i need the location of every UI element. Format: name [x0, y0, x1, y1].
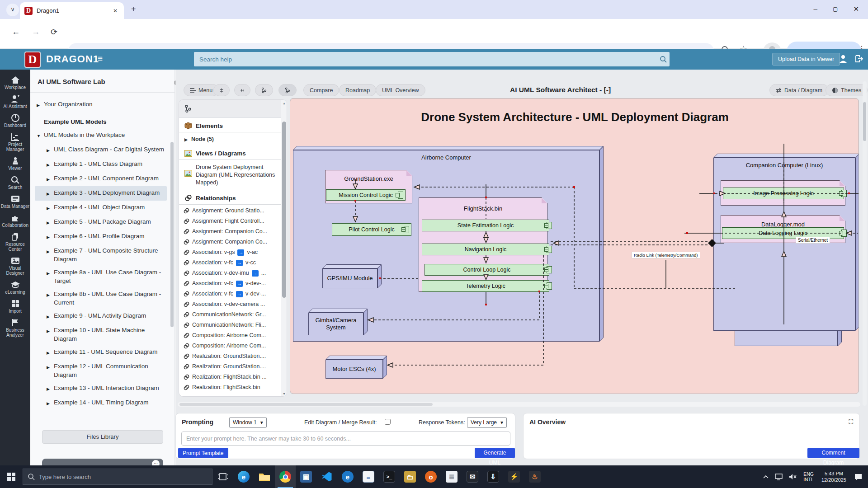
expand-icon[interactable]: ⛶ — [849, 418, 853, 426]
themes-button[interactable]: Themes — [826, 84, 868, 96]
show-desktop-button[interactable] — [866, 465, 868, 488]
component-control-loop[interactable]: Control Loop Logic — [425, 264, 549, 276]
window-select[interactable]: Window 1 ▾ — [229, 417, 267, 428]
new-tab-icon[interactable]: + — [131, 5, 136, 14]
reload-icon[interactable]: ⟳ — [51, 27, 57, 37]
files-library-button[interactable]: Files Library — [42, 430, 163, 444]
taskbar-app-chrome[interactable] — [275, 465, 296, 488]
tree-row[interactable]: ▶ Example 13 - UML Interaction Diagram — [35, 381, 167, 396]
clock[interactable]: 5:43 PM12/20/2025 — [817, 465, 851, 488]
taskbar-search[interactable] — [23, 469, 212, 485]
tree-expand-icon[interactable]: ▶ — [47, 311, 54, 321]
tree-expand-icon[interactable]: ▶ — [37, 100, 44, 110]
taskbar-app-files[interactable]: 🗀 — [400, 465, 420, 488]
tree-expand-icon[interactable] — [37, 117, 44, 126]
sidebar-item-data-manager[interactable]: Data Manager — [0, 195, 30, 209]
tree-row[interactable]: ▶ Example 6 - UML Profile Diagram — [35, 230, 167, 244]
hamburger-icon[interactable]: ≡ — [98, 54, 103, 64]
browser-tab[interactable]: D Dragon1 ✕ — [20, 2, 124, 19]
tree-expand-icon[interactable]: ▶ — [47, 174, 54, 184]
relationship-item[interactable]: Realization: FlightStack.bin — [184, 382, 287, 393]
logout-icon[interactable] — [854, 54, 863, 63]
relationship-item[interactable]: Association: v-fc → v-dev-... — [184, 278, 287, 289]
window-close-icon[interactable]: ✕ — [853, 5, 859, 13]
taskbar-app-mail[interactable]: ✉ — [462, 465, 483, 488]
tree-expand-icon[interactable]: ▶ — [47, 268, 54, 285]
relationship-item[interactable]: Association: v-fc → v-cc — [184, 258, 287, 268]
tab-close-icon[interactable]: ✕ — [111, 7, 119, 15]
tree-row[interactable]: ▶ Example 7 - UML Composite Structure Di… — [35, 244, 167, 266]
tree-expand-icon[interactable]: ▶ — [47, 347, 54, 357]
tree-row[interactable]: ▶ Example 8a - UML Use Case Diagram - Ta… — [35, 266, 167, 287]
tree-row[interactable]: ▶ Example 12 - UML Communication Diagram — [35, 360, 167, 381]
tree-expand-icon[interactable]: ▶ — [47, 326, 54, 343]
node-gimbal-camera[interactable]: Gimbal/Camera System — [308, 313, 363, 335]
taskbar-app-photos[interactable]: ▣ — [296, 465, 316, 488]
window-minimize-icon[interactable]: ─ — [814, 6, 818, 12]
prompt-input[interactable] — [181, 432, 510, 446]
sidebar-item-search[interactable]: Search — [0, 176, 30, 190]
relationship-item[interactable]: Assignment: Ground Statio... — [184, 206, 287, 216]
tree-row[interactable]: Example UML Models — [35, 112, 167, 128]
tree-expand-icon[interactable]: ▶ — [47, 232, 54, 242]
upload-data-button[interactable]: Upload Data in Viewer — [772, 53, 840, 66]
taskbar-app-edge[interactable]: e — [233, 465, 254, 488]
taskbar-app-java[interactable]: ♨ — [524, 465, 545, 488]
tree-expand-icon[interactable]: ▶ — [47, 145, 54, 155]
sidebar-item-collaboration[interactable]: Collaboration — [0, 214, 30, 228]
relationship-item[interactable]: Association: v-dev-imu → ... — [184, 268, 287, 278]
relationship-item[interactable]: CommunicationNetwork: Gr... — [184, 310, 287, 320]
tree-row[interactable]: ▶ Example 14 - UML Timing Diagram — [35, 396, 167, 410]
language-indicator[interactable]: ENGINTL — [800, 465, 817, 488]
pc-status-icon[interactable] — [772, 465, 786, 488]
prompt-template-button[interactable]: Prompt Template — [178, 448, 228, 458]
relationship-item[interactable]: Association: v-dev-camera ... — [184, 299, 287, 310]
elements-header[interactable]: Elements — [179, 118, 287, 132]
sidebar-item-visual-designer[interactable]: Visual Designer — [0, 257, 30, 276]
sidebar-item-dashboard[interactable]: Dashboard — [0, 114, 30, 128]
tree-row[interactable]: ▶ Example 11 - UML Sequence Diagram — [35, 345, 167, 360]
component-pilot-control[interactable]: Pilot Control Logic — [332, 223, 411, 236]
tree-row[interactable]: ▶ Your Organization — [35, 98, 167, 112]
taskbar-app-downloads[interactable]: ⇩ — [483, 465, 504, 488]
help-search-input[interactable] — [194, 52, 670, 66]
action-center-button[interactable] — [851, 465, 866, 488]
roadmap-button[interactable]: Roadmap — [339, 84, 376, 96]
comment-diagram-button[interactable]: Comment Diagram — [807, 448, 859, 458]
sidebar-item-project-manager[interactable]: Project Manager — [0, 133, 30, 152]
taskbar-search-input[interactable] — [39, 474, 202, 480]
canvas-horizontal-scrollbar[interactable] — [178, 402, 860, 407]
forward-icon[interactable]: → — [32, 27, 40, 37]
relationship-item[interactable]: Association: v-gs → v-ac — [184, 247, 287, 258]
tree-row[interactable]: ▶ UML Class Diagram - Car Digital System — [35, 143, 167, 157]
tree-scrollbar[interactable] — [170, 142, 174, 327]
distribute-vertical-button[interactable] — [213, 84, 230, 96]
tree-row[interactable]: ▶ Example 10 - UML State Machine Diagram — [35, 324, 167, 345]
sidebar-item-ai-assistant[interactable]: AI Assistant — [0, 95, 30, 109]
component-mission-control[interactable]: Mission Control Logic — [326, 189, 406, 201]
taskbar-app-notepad[interactable]: ≣ — [441, 465, 462, 488]
data-diagram-toggle[interactable]: Data / Diagram — [769, 84, 829, 96]
compare-button[interactable]: Compare — [303, 84, 339, 96]
relationships-header[interactable]: Relationships — [179, 190, 287, 205]
node-group-row[interactable]: ▶ Node (5) — [179, 132, 287, 146]
tree-expand-icon[interactable]: ▶ — [47, 160, 54, 169]
taskbar-app-terminal[interactable]: >_ — [379, 465, 400, 488]
tree-expand-icon[interactable]: ▶ — [47, 246, 54, 263]
relationship-item[interactable]: Association: v-fc → v-dev-... — [184, 289, 287, 299]
tree-expand-icon[interactable]: ▼ — [37, 131, 44, 141]
search-icon[interactable] — [659, 55, 667, 63]
distribute-horizontal-button[interactable] — [234, 84, 250, 96]
sidebar-item-workplace[interactable]: Workplace — [0, 76, 30, 90]
node-motor-escs[interactable]: Motor ESCs (4x) — [326, 360, 383, 379]
tree-row[interactable]: ▶ Example 1 - UML Class Diagram — [35, 157, 167, 172]
model-library-bar[interactable]: ⋯ — [42, 459, 163, 465]
tree-row[interactable]: ▶ Example 3 - UML Deployment Diagram — [35, 186, 167, 201]
relationship-item[interactable]: Assignment: Companion Co... — [184, 226, 287, 237]
taskbar-app-vscode[interactable] — [316, 465, 337, 488]
node-layout-button[interactable] — [255, 84, 273, 96]
tree-row[interactable]: ▼ UML Models in the Workplace — [35, 128, 167, 143]
tree-expand-icon[interactable]: ▶ — [47, 290, 54, 307]
task-view-button[interactable] — [212, 465, 233, 488]
tree-expand-icon[interactable]: ▶ — [47, 362, 54, 379]
